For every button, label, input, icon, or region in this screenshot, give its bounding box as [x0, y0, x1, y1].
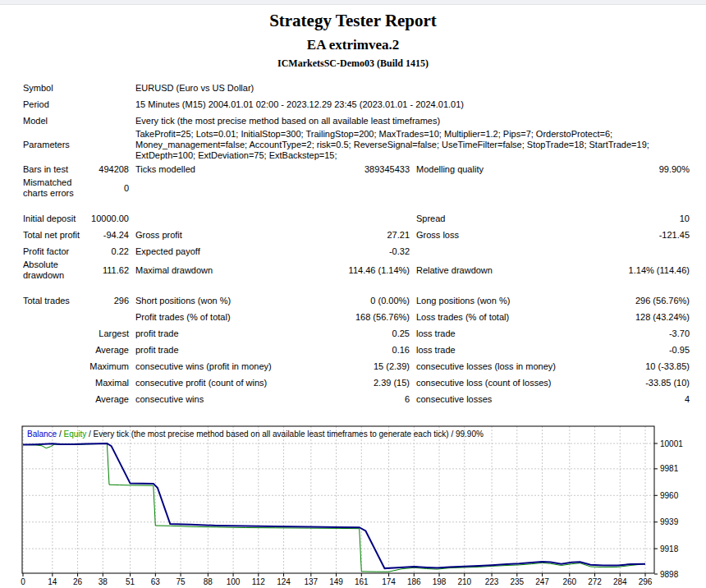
table-cell: Average — [23, 394, 129, 405]
x-tick-label: 198 — [433, 577, 447, 586]
x-tick-label: 296 — [639, 577, 653, 586]
x-tick-label: 112 — [252, 577, 265, 586]
cell-label: Profit trades (% of total) — [135, 312, 231, 323]
cell-value: 494208 — [99, 164, 129, 175]
cell-value: 0.22 — [112, 246, 129, 257]
legend-segment: Equity — [63, 430, 86, 439]
table-cell: Relative drawdown1.14% (114.46) — [416, 265, 690, 276]
table-cell: Long positions (won %)296 (56.76%) — [416, 296, 690, 306]
cell-value: 111.62 — [103, 265, 129, 276]
x-tick-label: 223 — [485, 577, 499, 586]
x-tick-label: 210 — [457, 577, 471, 586]
table-cell: Bars in test494208 — [23, 164, 129, 175]
table-cell: Model — [23, 116, 129, 126]
legend-segment: Balance — [27, 430, 57, 439]
table-cell: Profit factor0.22 — [23, 246, 129, 257]
cell-value: 0 — [124, 183, 129, 194]
table-row-9: Profit factor0.22Expected payoff-0.32 — [23, 243, 690, 260]
cell-label: consecutive losses — [416, 394, 492, 405]
table-cell: Largest — [23, 328, 129, 339]
x-tick-label: 161 — [355, 577, 369, 586]
table-cell: Every tick (the most precise method base… — [135, 116, 690, 126]
cell-value: 114.46 (1.14%) — [349, 265, 410, 276]
cell-value: -0.32 — [389, 246, 410, 257]
cell-value: -3.70 — [669, 328, 690, 339]
table-cell: loss trade-0.95 — [416, 345, 690, 356]
cell-label: Expected payoff — [135, 246, 200, 257]
table-row-4: Bars in test494208Ticks modelled38934543… — [23, 161, 690, 177]
cell-label: Long positions (won %) — [416, 296, 510, 306]
cell-label: Initial deposit — [23, 214, 76, 224]
cell-label: Parameters — [23, 140, 70, 150]
table-cell: Expected payoff-0.32 — [135, 246, 410, 257]
table-cell: Spread10 — [416, 214, 690, 224]
x-tick-label: 14 — [48, 577, 57, 586]
x-tick-label: 88 — [204, 577, 213, 586]
table-cell: Maximal drawdown114.46 (1.14%) — [135, 265, 410, 276]
y-tick-label: 9960 — [660, 491, 679, 500]
x-tick-label: 63 — [151, 577, 161, 586]
x-tick-label: 284 — [613, 577, 627, 586]
cell-value: 6 — [405, 394, 410, 405]
cell-value: -0.95 — [669, 345, 690, 356]
cell-label: Model — [23, 116, 48, 126]
table-cell: TakeProfit=25; Lots=0.01; InitialStop=30… — [135, 129, 690, 161]
table-cell: Maximum — [23, 361, 129, 372]
x-tick-label: 124 — [277, 577, 291, 586]
cell-label: profit trade — [135, 328, 179, 339]
cell-value: 168 (56.76%) — [355, 312, 410, 323]
table-row-3: ParametersTakeProfit=25; Lots=0.01; Init… — [23, 129, 690, 161]
plot-background — [22, 426, 654, 573]
cell-label: 15 Minutes (M15) 2004.01.01 02:00 - 2023… — [135, 99, 464, 110]
table-row-18: Averageconsecutive wins6consecutive loss… — [23, 391, 690, 407]
cell-label: Short positions (won %) — [135, 296, 231, 306]
y-tick-label: 9918 — [660, 544, 679, 554]
x-tick-label: 235 — [510, 577, 524, 586]
cell-value: 10000.00 — [91, 214, 129, 224]
cell-value: 15 (2.39) — [374, 361, 410, 372]
cell-label: profit trade — [135, 345, 179, 356]
table-cell: Gross loss-121.45 — [416, 230, 690, 241]
cell-value: Average — [95, 345, 129, 356]
cell-label: Spread — [416, 214, 445, 224]
table-row-14: Largestprofit trade0.25loss trade-3.70 — [23, 325, 690, 342]
cell-label: Gross loss — [416, 230, 459, 241]
cell-label: consecutive losses (loss in money) — [416, 361, 556, 372]
cell-label: Bars in test — [23, 164, 68, 175]
table-cell: Ticks modelled389345433 — [135, 164, 410, 175]
cell-label: Total net profit — [23, 230, 80, 241]
table-cell: Modelling quality99.90% — [416, 164, 690, 175]
table-cell: Parameters — [23, 140, 129, 150]
table-cell: consecutive wins6 — [135, 394, 410, 405]
cell-value: 0 (0.00%) — [370, 296, 410, 306]
cell-label: Ticks modelled — [135, 164, 195, 175]
y-tick-label: 9898 — [660, 570, 679, 579]
cell-value: 296 (56.76%) — [635, 296, 690, 306]
table-row-0: SymbolEURUSD (Euro vs US Dollar) — [23, 80, 690, 96]
cell-value: Average — [95, 394, 129, 405]
table-cell: Short positions (won %)0 (0.00%) — [135, 296, 410, 306]
report-table: SymbolEURUSD (Euro vs US Dollar)Period15… — [23, 80, 690, 407]
cell-value: Maximum — [89, 361, 129, 372]
table-row-12: Total trades296Short positions (won %)0 … — [23, 292, 690, 309]
cell-label: Symbol — [23, 83, 53, 94]
y-tick-label: 10001 — [660, 439, 683, 448]
table-cell: EURUSD (Euro vs US Dollar) — [135, 83, 690, 94]
table-cell: Profit trades (% of total)168 (56.76%) — [135, 312, 410, 323]
table-cell: loss trade-3.70 — [416, 328, 690, 339]
cell-label: Relative drawdown — [416, 265, 493, 276]
x-tick-label: 272 — [588, 577, 602, 586]
table-cell: profit trade0.16 — [135, 345, 410, 356]
cell-value: -121.45 — [659, 230, 690, 241]
page-title: Strategy Tester Report — [0, 11, 706, 31]
x-tick-label: 38 — [99, 577, 108, 586]
table-cell: Initial deposit10000.00 — [23, 214, 129, 224]
cell-label: Gross profit — [135, 230, 182, 241]
x-tick-label: 260 — [562, 577, 576, 586]
cell-label: consecutive loss (count of losses) — [416, 378, 551, 388]
cell-value: 1.14% (114.46) — [629, 265, 690, 276]
table-cell: consecutive losses (loss in money)10 (-3… — [416, 361, 690, 372]
legend-segment: / Every tick (the most precise method ba… — [86, 430, 484, 439]
table-cell: Mismatched charts errors0 — [23, 177, 129, 199]
table-row-16: Maximumconsecutive wins (profit in money… — [23, 358, 690, 374]
